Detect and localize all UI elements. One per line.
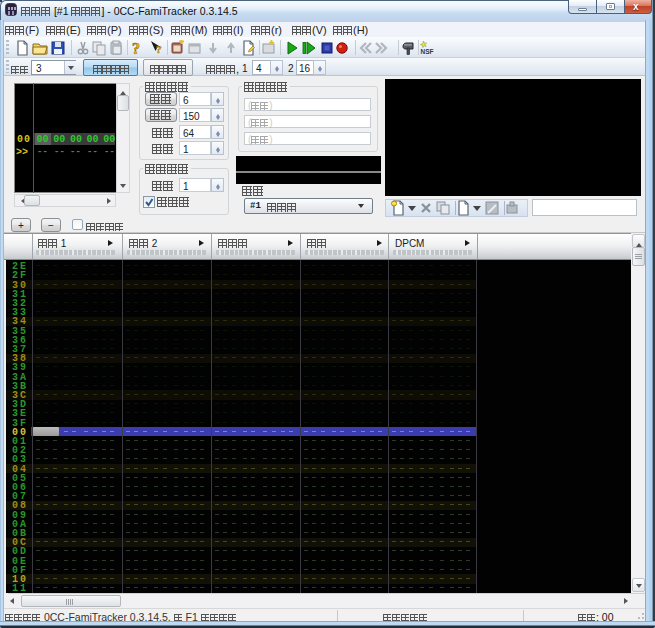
svg-text:NSF: NSF (421, 48, 434, 55)
svg-text:?: ? (132, 40, 140, 56)
svg-text:?: ? (156, 43, 162, 55)
